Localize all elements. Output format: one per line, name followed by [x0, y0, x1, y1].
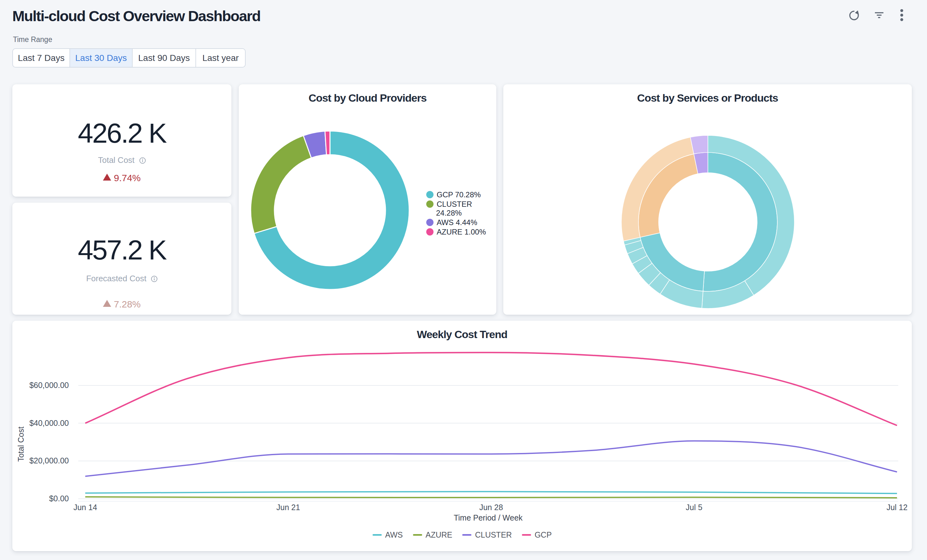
svg-text:Jun 14: Jun 14: [73, 503, 97, 512]
svg-text:$40,000.00: $40,000.00: [29, 419, 69, 427]
svg-text:Total Cost: Total Cost: [17, 426, 25, 461]
svg-text:$60,000.00: $60,000.00: [29, 381, 69, 390]
svg-text:Jun 21: Jun 21: [276, 503, 300, 512]
svg-text:Time Period / Week: Time Period / Week: [454, 513, 523, 522]
svg-text:Jul 12: Jul 12: [887, 503, 908, 512]
svg-text:$20,000.00: $20,000.00: [29, 456, 69, 465]
svg-text:Jul 5: Jul 5: [686, 503, 702, 512]
svg-text:$0.00: $0.00: [49, 494, 69, 503]
svg-text:Jun 28: Jun 28: [479, 503, 503, 512]
